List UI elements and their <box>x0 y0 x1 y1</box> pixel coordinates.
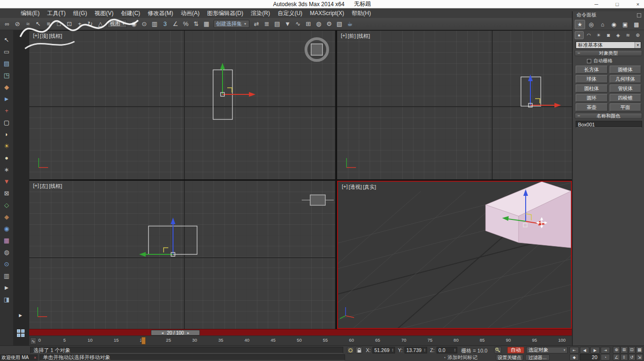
plane-tool-icon[interactable]: ▢ <box>1 117 12 128</box>
curve-editor-icon[interactable]: ∿ <box>293 19 303 29</box>
object-name-field[interactable] <box>576 121 642 128</box>
primitive-button[interactable]: 管状体 <box>610 84 642 92</box>
primitive-button[interactable]: 平面 <box>610 103 642 111</box>
viewport-front[interactable]: [+] [前] [线框] <box>337 31 572 179</box>
viewport-menu-view[interactable]: [透视] <box>349 184 362 191</box>
category-cameras-icon[interactable]: ◙ <box>604 31 613 39</box>
viewport-perspective[interactable]: [+] [透视] [真实] <box>337 181 572 329</box>
edit-named-selection-sets-icon[interactable]: ▦ <box>201 19 212 29</box>
render-setup-icon[interactable]: ⚙ <box>324 19 334 29</box>
target-tool-icon[interactable]: ◉ <box>1 223 12 235</box>
category-geometry-icon[interactable]: ● <box>575 31 584 39</box>
window-crossing-icon[interactable]: ⊡ <box>64 19 74 29</box>
list-tool-icon[interactable]: ▥ <box>1 270 12 282</box>
menu-item[interactable]: 编辑(E) <box>17 8 43 18</box>
viewport-menu-shading[interactable]: [真实] <box>363 184 376 191</box>
close-icon[interactable]: × <box>34 355 36 360</box>
material-editor-icon[interactable]: ◍ <box>314 19 324 29</box>
layers-tool-icon[interactable]: ▤ <box>1 58 12 69</box>
disc-tool-icon[interactable]: ◍ <box>1 246 12 258</box>
time-configuration-icon[interactable]: ◔ <box>601 354 610 361</box>
snap-toggle-icon[interactable]: 3 <box>160 19 170 29</box>
box-object[interactable] <box>486 182 571 248</box>
track-bar[interactable]: ∿ 05101520253035404550556065707580859095… <box>29 336 572 345</box>
pan-icon[interactable]: ⇳ <box>620 354 627 361</box>
spinner-icon[interactable]: ▴▾ <box>424 348 425 352</box>
layout-expand-icon[interactable]: ► <box>18 312 23 318</box>
category-systems-icon[interactable]: ⊛ <box>633 31 642 39</box>
select-and-move-icon[interactable]: + <box>74 19 85 29</box>
add-time-tag[interactable]: ◔ 添加时间标记 <box>443 354 477 361</box>
select-and-rotate-icon[interactable]: ↻ <box>85 19 95 29</box>
panel-float-icon[interactable] <box>637 13 641 17</box>
time-slider-track[interactable]: ◄ 20 / 100 ► <box>29 329 572 336</box>
primitive-button[interactable]: 茶壶 <box>576 103 608 111</box>
menu-item[interactable]: 动画(A) <box>177 8 203 18</box>
viewcube[interactable] <box>306 39 328 60</box>
move-gizmo[interactable] <box>528 75 561 108</box>
menu-item[interactable]: 修改器(M) <box>144 8 177 18</box>
primitive-type-dropdown[interactable]: 标准基本体 ▼ <box>576 42 641 49</box>
rendered-frame-window-icon[interactable]: ▧ <box>334 19 345 29</box>
current-frame-marker[interactable] <box>141 337 146 344</box>
layout-grid-icon[interactable] <box>17 329 25 337</box>
y-coordinate-field[interactable]: 13.739 ▴▾ <box>405 347 427 353</box>
spinner-snap-icon[interactable]: ⇅ <box>191 19 201 29</box>
percent-snap-icon[interactable]: % <box>181 19 191 29</box>
play-button[interactable]: ▶ <box>590 347 600 353</box>
rectangle-tool-icon[interactable]: ▭ <box>1 46 12 58</box>
orbit-tool-icon[interactable]: ⊙ <box>1 258 12 270</box>
reference-coordinate-dropdown[interactable]: 视图 ▾ <box>107 20 127 28</box>
previous-frame-button[interactable]: ◀ <box>580 347 589 353</box>
set-key-button[interactable]: 设置关键点 <box>496 354 523 361</box>
move-gizmo[interactable] <box>220 63 256 97</box>
select-by-name-icon[interactable]: ≡ <box>43 19 54 29</box>
current-frame-field[interactable]: 20 <box>580 354 600 361</box>
tab-motion[interactable]: ◉ <box>609 20 619 29</box>
primitive-button[interactable]: 长方体 <box>576 66 608 74</box>
key-mode-toggle-icon[interactable]: ◆ <box>570 354 579 361</box>
menu-item[interactable]: 视图(V) <box>91 8 117 18</box>
lock-selection-icon[interactable] <box>355 347 363 353</box>
render-production-icon[interactable]: ☕ <box>345 19 355 29</box>
palette-tool-icon[interactable]: ▦ <box>1 235 12 246</box>
maximize-viewport-toggle-icon[interactable]: ⇲ <box>636 354 643 361</box>
hexagon-tool-icon[interactable]: ◇ <box>1 199 12 211</box>
hammer-tool-icon[interactable]: ⊠ <box>1 187 12 199</box>
menu-item[interactable]: 图形编辑器(D) <box>203 8 247 18</box>
mirror-icon[interactable]: ⇄ <box>251 19 262 29</box>
primitive-button[interactable]: 球体 <box>576 75 608 83</box>
spinner-icon[interactable]: ▴▾ <box>454 348 455 352</box>
fov-icon[interactable]: ∠ <box>613 354 620 361</box>
viewport-menu-shading[interactable]: [线框] <box>49 183 62 190</box>
move-gizmo[interactable] <box>139 218 175 257</box>
mini-curve-editor-icon[interactable]: ∿ <box>30 337 36 344</box>
keyboard-override-icon[interactable]: ▥ <box>149 19 160 29</box>
select-tool-icon[interactable]: ↖ <box>1 34 12 46</box>
menu-item[interactable]: 自定义(U) <box>274 8 306 18</box>
sphere-tool-icon[interactable]: ● <box>1 152 12 164</box>
viewport-menu-plus[interactable]: [+] <box>33 33 39 40</box>
orbit-icon[interactable]: ↺ <box>628 354 636 361</box>
viewport-menu-shading[interactable]: [线框] <box>357 33 370 40</box>
primitive-button[interactable]: 四棱锥 <box>610 94 642 102</box>
go-to-start-button[interactable]: ⇤ <box>570 347 579 353</box>
rectangular-selection-icon[interactable]: □ <box>54 19 64 29</box>
select-and-scale-icon[interactable]: △ <box>95 19 106 29</box>
viewport-menu-view[interactable]: [左] <box>40 183 48 190</box>
key-mode-dropdown[interactable]: 选定对象 ▾ <box>526 347 568 353</box>
viewport-menu-view[interactable]: [前] <box>348 33 356 40</box>
primitive-button[interactable]: 圆环 <box>576 94 608 102</box>
cross-tool-icon[interactable]: + <box>1 105 12 117</box>
tab-display[interactable]: ▣ <box>620 20 630 29</box>
select-and-link-icon[interactable]: ∞ <box>2 19 12 29</box>
minimize-button[interactable]: ─ <box>593 1 600 7</box>
use-pivot-center-icon[interactable]: ◉ <box>129 19 139 29</box>
category-helpers-icon[interactable]: ◈ <box>614 31 623 39</box>
name-color-rollout[interactable]: − 名称和颜色 <box>575 113 642 119</box>
primitive-button[interactable]: 圆锥体 <box>610 66 642 74</box>
z-coordinate-field[interactable]: 0.0 ▴▾ <box>437 347 457 353</box>
select-and-manipulate-icon[interactable]: ⊙ <box>139 19 149 29</box>
viewport-menu-plus[interactable]: [+] <box>341 33 347 40</box>
light-tool-icon[interactable]: ☀ <box>1 140 12 152</box>
